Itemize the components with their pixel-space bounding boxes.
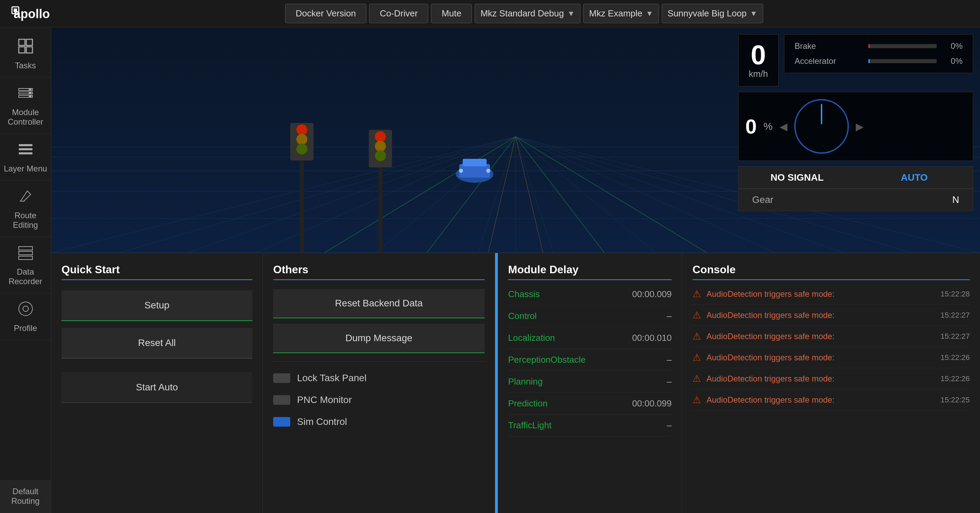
trafficlight-name: TrafficLight <box>508 420 552 431</box>
route-editing-icon <box>17 188 34 208</box>
planning-delay: – <box>667 376 672 387</box>
console-entry-4: ⚠ AudioDetection triggers safe mode: 15:… <box>692 368 970 389</box>
console-entry-1: ⚠ AudioDetection triggers safe mode: 15:… <box>692 305 970 326</box>
sidebar-item-profile[interactable]: Profile <box>0 293 51 340</box>
svg-rect-5 <box>19 47 25 53</box>
svg-rect-17 <box>19 247 32 250</box>
3d-view: 0 km/h Brake 0% Accelerator <box>51 27 980 253</box>
trafficlight-delay: – <box>667 420 672 431</box>
logo: apollo <box>7 3 62 24</box>
accelerator-bar <box>868 59 937 63</box>
quick-start-title: Quick Start <box>62 263 252 280</box>
no-signal-label: NO SIGNAL <box>738 167 856 188</box>
quick-start-panel: Quick Start Setup Reset All Start Auto <box>51 253 263 513</box>
module-controller-label: Module Controller <box>3 108 48 127</box>
svg-rect-14 <box>19 148 32 150</box>
accel-pct: 0% <box>942 56 963 66</box>
console-time-0: 15:22:28 <box>940 290 970 298</box>
svg-rect-57 <box>378 164 382 253</box>
sidebar-item-tasks[interactable]: Tasks <box>0 31 51 78</box>
console-msg-0: AudioDetection triggers safe mode: <box>706 289 935 299</box>
sim-control-label: Sim Control <box>297 416 347 427</box>
planning-name: Planning <box>508 376 542 387</box>
svg-point-65 <box>459 169 463 173</box>
dump-message-button[interactable]: Dump Message <box>273 324 485 353</box>
co-driver-button[interactable]: Co-Driver <box>369 4 428 23</box>
module-row-prediction: Prediction 00:00.099 <box>508 393 672 415</box>
module-controller-icon <box>17 84 34 105</box>
others-title: Others <box>273 263 485 280</box>
sidebar-item-route-editing[interactable]: Route Editing <box>0 181 51 237</box>
steering-value: 0 <box>745 115 757 138</box>
warning-icon-2: ⚠ <box>692 331 701 342</box>
localization-delay: 00:00.010 <box>632 333 672 343</box>
svg-point-56 <box>296 143 307 155</box>
chevron-down-icon: ▼ <box>567 9 575 18</box>
svg-point-61 <box>375 150 386 161</box>
sidebar-bottom: Default Routing <box>0 480 51 513</box>
toggle-lock-task-panel: Lock Task Panel <box>273 370 485 386</box>
prediction-name: Prediction <box>508 398 548 409</box>
steering-needle <box>821 104 822 124</box>
localization-name: Localization <box>508 333 555 343</box>
default-routing-label: Default Routing <box>3 487 48 506</box>
gear-label: Gear <box>738 189 856 211</box>
mute-button[interactable]: Mute <box>431 4 472 23</box>
layer-menu-icon <box>17 141 34 161</box>
module-row-perception: PerceptionObstacle – <box>508 349 672 371</box>
brake-fill <box>868 44 870 48</box>
chevron-down-icon: ▼ <box>646 9 653 18</box>
svg-point-10 <box>29 88 32 91</box>
lock-task-panel-toggle[interactable] <box>273 373 290 383</box>
svg-point-20 <box>19 302 32 315</box>
perception-name: PerceptionObstacle <box>508 355 585 365</box>
pnc-monitor-label: PNC Monitor <box>297 395 352 405</box>
console-time-5: 15:22:25 <box>940 395 970 405</box>
warning-icon-4: ⚠ <box>692 373 701 384</box>
data-recorder-label: Data Recorder <box>3 267 48 286</box>
pnc-monitor-toggle[interactable] <box>273 395 290 405</box>
docker-version-button[interactable]: Docker Version <box>285 4 366 23</box>
module-delay-panel: Module Delay Chassis 00:00.009 Control –… <box>498 253 682 513</box>
svg-rect-3 <box>19 39 25 45</box>
svg-rect-4 <box>26 39 32 45</box>
data-recorder-icon <box>17 244 34 264</box>
route-dropdown[interactable]: Sunnyvale Big Loop ▼ <box>662 4 763 23</box>
svg-rect-13 <box>19 144 32 146</box>
console-time-3: 15:22:26 <box>940 353 970 362</box>
lock-task-panel-label: Lock Task Panel <box>297 373 366 384</box>
control-delay: – <box>667 311 672 322</box>
sidebar-item-default-routing[interactable]: Default Routing <box>0 480 51 513</box>
svg-point-55 <box>296 134 307 145</box>
console-msg-5: AudioDetection triggers safe mode: <box>706 395 935 405</box>
sidebar-item-layer-menu[interactable]: Layer Menu <box>0 134 51 181</box>
console-panel: Console ⚠ AudioDetection triggers safe m… <box>682 253 980 513</box>
speed-unit: km/h <box>749 69 768 79</box>
prediction-delay: 00:00.099 <box>632 398 672 409</box>
others-panel: Others Reset Backend Data Dump Message L… <box>263 253 495 513</box>
debug-mode-dropdown[interactable]: Mkz Standard Debug ▼ <box>475 4 581 23</box>
speed-value: 0 <box>751 41 766 69</box>
module-row-planning: Planning – <box>508 371 672 393</box>
chevron-down-icon: ▼ <box>750 9 757 18</box>
profile-icon <box>17 300 34 321</box>
svg-rect-64 <box>463 159 487 166</box>
svg-rect-15 <box>19 152 32 155</box>
console-time-1: 15:22:27 <box>940 311 970 320</box>
signal-panel: NO SIGNAL AUTO Gear N <box>738 166 973 211</box>
sidebar-item-data-recorder[interactable]: Data Recorder <box>0 237 51 293</box>
perception-delay: – <box>667 355 672 365</box>
example-dropdown[interactable]: Mkz Example ▼ <box>583 4 659 23</box>
brake-bar <box>868 44 937 48</box>
reset-backend-button[interactable]: Reset Backend Data <box>273 289 485 318</box>
module-delay-title: Module Delay <box>508 263 672 280</box>
sidebar-item-module-controller[interactable]: Module Controller <box>0 78 51 134</box>
module-row-chassis: Chassis 00:00.009 <box>508 284 672 305</box>
toggle-pnc-monitor: PNC Monitor <box>273 392 485 408</box>
setup-button[interactable]: Setup <box>62 290 252 321</box>
start-auto-button[interactable]: Start Auto <box>62 372 252 403</box>
console-entry-0: ⚠ AudioDetection triggers safe mode: 15:… <box>692 284 970 305</box>
reset-all-button[interactable]: Reset All <box>62 328 252 358</box>
sim-control-toggle[interactable] <box>273 417 290 427</box>
bottom-panels: Quick Start Setup Reset All Start Auto O… <box>51 253 980 513</box>
